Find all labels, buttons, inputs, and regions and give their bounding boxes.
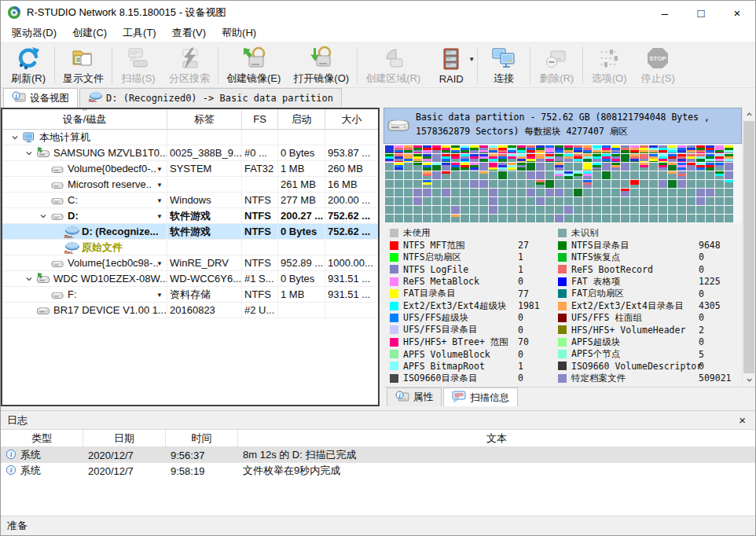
connect-button[interactable]: 连接 xyxy=(479,43,528,87)
menu-item-view[interactable]: 查看(V) xyxy=(164,24,214,42)
delete-label: 删除(R) xyxy=(539,72,574,86)
row-dropdown-icon[interactable]: ▼ xyxy=(156,292,163,299)
scan-block xyxy=(385,189,394,196)
legend-count: 0 xyxy=(699,336,704,347)
log-close-icon[interactable]: × xyxy=(736,413,749,427)
close-button[interactable]: × xyxy=(719,1,755,24)
open-image-button[interactable]: 打开镜像(O) xyxy=(287,43,355,87)
scan-block xyxy=(725,171,733,179)
scan-block xyxy=(659,145,667,153)
chevron-down-icon[interactable] xyxy=(37,212,50,220)
fs-cell xyxy=(242,177,278,192)
options-button: 选项(O) xyxy=(585,43,633,87)
menu-item-tools[interactable]: 工具(T) xyxy=(115,24,164,42)
log-title: 日志 xyxy=(7,413,28,428)
device-name: Volume{1ecb0c98-.. xyxy=(68,257,159,269)
size-cell: 953.87 ... xyxy=(325,145,378,160)
refresh-label: 刷新(R) xyxy=(11,72,46,86)
tab-scan-info[interactable]: 扫描信息 xyxy=(443,387,518,406)
tree-row[interactable]: D:▼软件游戏NTFS200.27 ...752.62 ... xyxy=(2,208,378,224)
scan-block xyxy=(395,197,403,205)
tab-recognized-partition[interactable]: Rec.D: (Recognized0) -> Basic data parti… xyxy=(79,88,342,107)
tree-column-header[interactable]: 大小 xyxy=(325,109,378,129)
log-column-header[interactable]: 时间 xyxy=(166,430,238,446)
tree-row[interactable]: Volume{1ecb0c98-..▼WinRE_DRVNTFS952.89 .… xyxy=(2,255,378,271)
log-column-header[interactable]: 文本 xyxy=(238,430,755,446)
scan-block xyxy=(479,189,488,196)
tree-column-header[interactable]: 设备/磁盘^ xyxy=(2,109,167,129)
scan-block xyxy=(423,215,431,222)
tree-column-header[interactable]: FS xyxy=(242,109,278,129)
menu-item-create[interactable]: 创建(C) xyxy=(64,24,115,42)
legend-label: FAT 表格项 xyxy=(571,276,699,288)
minimize-button[interactable]: – xyxy=(647,1,683,24)
row-dropdown-icon[interactable]: ▼ xyxy=(156,213,163,220)
tree-row[interactable]: BR17 DEVICE V1.00 1....20160823#2 U... xyxy=(2,303,378,318)
scan-block xyxy=(413,206,422,214)
log-column-header[interactable]: 类型 xyxy=(1,430,83,446)
tab-properties[interactable]: i属性 xyxy=(387,387,442,406)
tab-device-view[interactable]: i设备视图 xyxy=(3,88,78,108)
raid-button[interactable]: RAID▼ xyxy=(427,43,475,87)
scan-scrollbar[interactable] xyxy=(742,108,755,387)
tree-row[interactable]: C:▼WindowsNTFS277 MB200.00 ... xyxy=(2,193,378,208)
scan-block xyxy=(630,206,639,214)
tree-column-header[interactable]: 标签 xyxy=(167,109,242,129)
maximize-button[interactable]: □ xyxy=(683,1,719,24)
scan-block xyxy=(725,189,733,196)
scan-block xyxy=(555,206,563,214)
scan-block xyxy=(470,171,479,179)
scan-block xyxy=(593,215,601,222)
chevron-down-icon[interactable] xyxy=(9,134,21,141)
partition-info-header: Basic data partition - 752.62 GB (808121… xyxy=(384,108,742,144)
chevron-down-icon[interactable] xyxy=(23,149,35,157)
scan-block xyxy=(593,154,601,162)
create-image-button[interactable]: 创建镜像(E) xyxy=(220,43,287,87)
chevron-down-icon[interactable] xyxy=(23,275,35,283)
device-cell: C:▼ xyxy=(2,193,167,207)
log-row[interactable]: i系统2020/12/79:56:378m 12s 的 D: 扫描已完成 xyxy=(1,447,755,463)
legend-label: ReFS BootRecord xyxy=(571,264,699,275)
tree-column-header[interactable]: 启动 xyxy=(278,109,325,129)
scan-block xyxy=(687,154,695,162)
tree-row[interactable]: Microsoft reserve..▼261 MB16 MB xyxy=(2,177,378,193)
scroll-thumb[interactable] xyxy=(743,121,754,373)
row-dropdown-icon[interactable]: ▼ xyxy=(156,260,163,267)
scan-block xyxy=(489,180,497,188)
partition-search-button: 分区搜索 xyxy=(163,43,216,87)
toolbar-separator xyxy=(582,46,583,84)
tree-row[interactable]: 本地计算机 xyxy=(2,130,378,145)
tree-row[interactable]: WDC WD10EZEX-08W...WD-WCC6Y6...#1 S...0 … xyxy=(2,271,378,287)
log-column-header[interactable]: 日期 xyxy=(83,430,166,446)
scroll-down-icon[interactable] xyxy=(743,373,755,387)
row-dropdown-icon[interactable]: ▼ xyxy=(156,197,163,204)
scan-block xyxy=(395,180,403,188)
scan-block xyxy=(602,189,611,196)
scan-block xyxy=(725,197,733,205)
tree-row[interactable]: Volume{0bedecf0-..▼SYSTEMFAT321 MB260 MB xyxy=(2,161,378,177)
scroll-up-icon[interactable] xyxy=(743,108,755,121)
tree-row[interactable]: Rec.D: (Recognize...软件游戏NTFS0 Bytes752.6… xyxy=(2,224,378,240)
menu-item-help[interactable]: 帮助(H) xyxy=(214,24,264,42)
scan-block xyxy=(564,154,573,162)
menu-item-drive[interactable]: 驱动器(D) xyxy=(4,24,64,42)
legend-color-chip xyxy=(558,325,567,334)
tree-row[interactable]: Rec.原始文件 xyxy=(2,240,378,255)
scan-block-map[interactable] xyxy=(384,144,742,223)
row-dropdown-icon[interactable]: ▼ xyxy=(156,182,163,189)
row-dropdown-icon[interactable]: ▼ xyxy=(156,166,163,173)
scan-block xyxy=(687,171,695,179)
open-image-icon xyxy=(309,46,334,71)
legend-count: 1 xyxy=(518,361,523,372)
scan-block xyxy=(527,154,535,162)
refresh-button[interactable]: 刷新(R) xyxy=(4,43,53,87)
tree-row[interactable]: F:▼资料存储NTFS1 MB931.51 ... xyxy=(2,287,378,303)
show-files-button[interactable]: 显示文件 xyxy=(57,43,110,87)
scan-block xyxy=(696,197,705,205)
scan-block xyxy=(564,163,573,171)
label-cell: WD-WCC6Y6... xyxy=(167,271,242,286)
tree-row[interactable]: SAMSUNG MZVLB1T0...0025_388B_9...#0 ...0… xyxy=(2,145,378,161)
dropdown-arrow-icon[interactable]: ▼ xyxy=(468,56,475,63)
scan-block xyxy=(677,197,686,205)
log-row[interactable]: i系统2020/12/79:58:19文件枚举在9秒内完成 xyxy=(1,463,755,479)
